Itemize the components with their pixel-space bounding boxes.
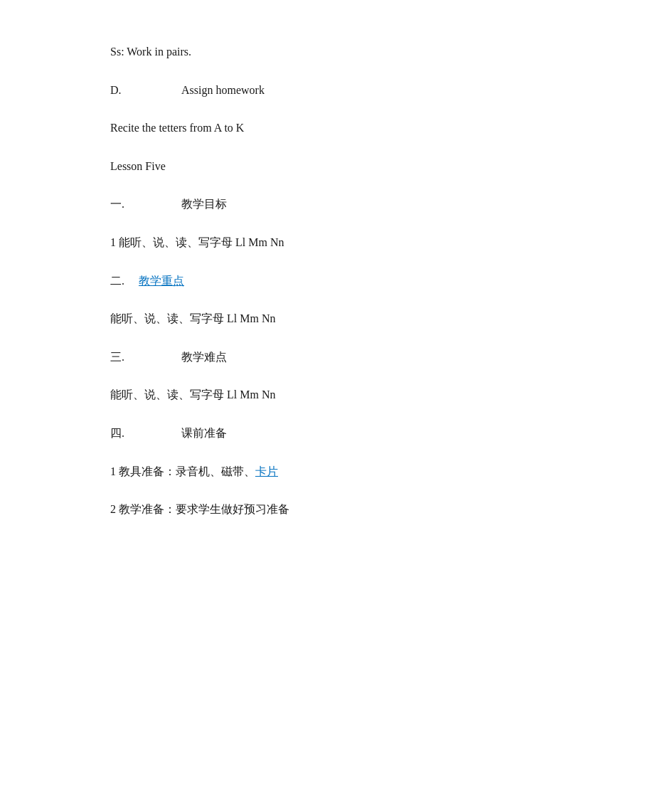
recite-letters-text: Recite the tetters from A to K (110, 119, 562, 137)
section-2: 二. 教学重点 (110, 272, 562, 290)
section-d-label: D. (110, 81, 132, 100)
section-2-title: 教学重点 (139, 272, 184, 290)
section-4: 四. 课前准备 (110, 424, 562, 443)
section-4-title: 课前准备 (181, 424, 227, 443)
section-d-title: Assign homework (181, 81, 265, 100)
lesson-five-text: Lesson Five (110, 157, 562, 176)
teaching-materials-prefix: 1 教具准备：录音机、磁带、 (110, 465, 255, 477)
objective-text: 1 能听、说、读、写字母 Ll Mm Nn (110, 233, 562, 252)
section-1: 一. 教学目标 (110, 195, 562, 213)
section-3-label: 三. (110, 348, 132, 366)
key-point-text: 能听、说、读、写字母 Ll Mm Nn (110, 309, 562, 328)
teaching-materials-link: 卡片 (255, 465, 278, 477)
section-4-label: 四. (110, 424, 132, 443)
teaching-materials-text: 1 教具准备：录音机、磁带、卡片 (110, 462, 562, 481)
section-d: D. Assign homework (110, 81, 562, 100)
section-1-title: 教学目标 (181, 195, 227, 213)
difficulty-text: 能听、说、读、写字母 Ll Mm Nn (110, 386, 562, 404)
section-3: 三. 教学难点 (110, 348, 562, 366)
section-3-title: 教学难点 (181, 348, 227, 366)
section-2-label: 二. (110, 272, 132, 290)
section-1-label: 一. (110, 195, 132, 213)
student-prep-text: 2 教学准备：要求学生做好预习准备 (110, 500, 562, 519)
work-in-pairs-text: Ss: Work in pairs. (110, 43, 562, 61)
